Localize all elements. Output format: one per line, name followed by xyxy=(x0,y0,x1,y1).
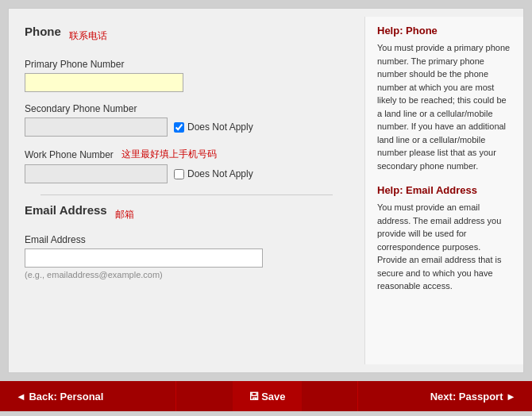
back-button[interactable]: ◄ Back: Personal xyxy=(0,381,119,411)
email-input[interactable] xyxy=(25,248,263,268)
phone-section-title: Phone xyxy=(25,25,61,38)
work-phone-row: Does Not Apply xyxy=(25,164,349,183)
help-email-block: Help: Email Address You must provide an … xyxy=(377,184,511,293)
primary-phone-input[interactable] xyxy=(25,73,183,92)
email-placeholder: (e.g., emailaddress@example.com) xyxy=(25,270,349,279)
help-phone-title: Help: Phone xyxy=(377,25,511,37)
primary-phone-label: Primary Phone Number xyxy=(25,59,349,70)
work-phone-group: Work Phone Number 这里最好填上手机号码 Does Not Ap… xyxy=(25,148,349,183)
save-button[interactable]: 🖫 Save xyxy=(233,381,302,411)
bottom-nav: ◄ Back: Personal 🖫 Save Next: Passport ► xyxy=(0,381,532,411)
next-button[interactable]: Next: Passport ► xyxy=(414,381,532,411)
secondary-does-not-apply-label[interactable]: Does Not Apply xyxy=(174,121,253,133)
email-section: Email Address 邮箱 Email Address (e.g., em… xyxy=(25,203,349,279)
secondary-phone-input[interactable] xyxy=(25,117,168,137)
work-annotation: 这里最好填上手机号码 xyxy=(121,148,217,161)
help-email-title: Help: Email Address xyxy=(377,184,511,196)
email-annotation: 邮箱 xyxy=(115,208,134,221)
content-area: Phone 联系电话 Primary Phone Number Secondar… xyxy=(9,9,523,372)
secondary-does-not-apply-checkbox[interactable] xyxy=(174,122,184,133)
primary-phone-row xyxy=(25,73,349,92)
work-phone-input[interactable] xyxy=(25,164,168,183)
nav-separator-1 xyxy=(175,381,176,411)
email-label: Email Address xyxy=(25,234,349,245)
help-section: Help: Phone You must provide a primary p… xyxy=(364,17,523,364)
primary-phone-group: Primary Phone Number xyxy=(25,59,349,92)
help-email-text: You must provide an email address. The e… xyxy=(377,201,511,293)
email-section-title: Email Address xyxy=(25,203,107,217)
work-phone-label: Work Phone Number xyxy=(25,149,114,160)
work-does-not-apply-checkbox[interactable] xyxy=(174,169,184,179)
secondary-phone-row: Does Not Apply xyxy=(25,117,349,137)
form-section: Phone 联系电话 Primary Phone Number Secondar… xyxy=(9,17,364,364)
email-field-group: Email Address (e.g., emailaddress@exampl… xyxy=(25,234,349,279)
help-phone-text: You must provide a primary phone number.… xyxy=(377,41,511,172)
work-does-not-apply-label[interactable]: Does Not Apply xyxy=(174,168,253,179)
phone-annotation: 联系电话 xyxy=(69,29,107,43)
secondary-phone-label: Secondary Phone Number xyxy=(25,103,349,114)
nav-separator-2 xyxy=(357,381,358,411)
secondary-phone-group: Secondary Phone Number Does Not Apply xyxy=(25,103,349,137)
section-divider xyxy=(40,195,333,195)
help-phone-block: Help: Phone You must provide a primary p… xyxy=(377,25,511,172)
phone-section: Phone 联系电话 Primary Phone Number Secondar… xyxy=(25,25,349,183)
main-container: Phone 联系电话 Primary Phone Number Secondar… xyxy=(8,8,524,373)
